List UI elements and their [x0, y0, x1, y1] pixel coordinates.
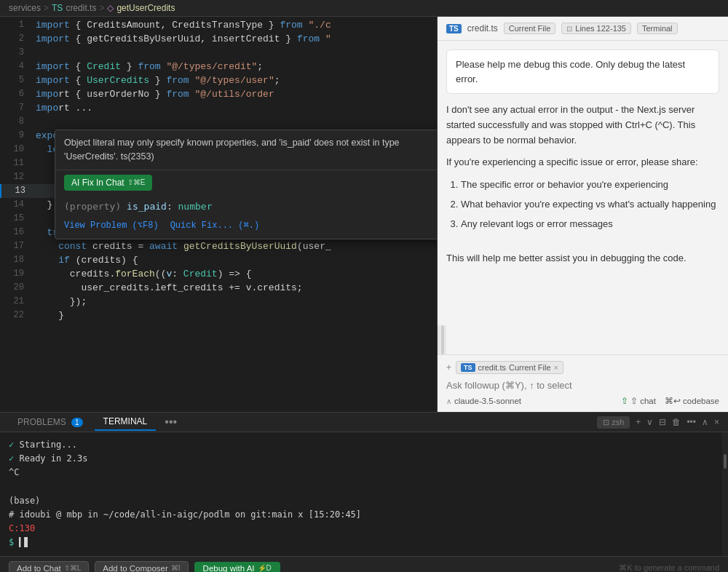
debug-with-ai-button[interactable]: Debug with AI ⚡D	[194, 562, 280, 573]
terminal-line-5: (base)	[9, 494, 713, 508]
problems-badge: 1	[71, 418, 83, 427]
chat-footer-right: ⇧ ⇧ chat ⌘↩ codebase	[621, 396, 719, 406]
ai-list-item-1: The specific error or behavior you're ex…	[461, 178, 719, 193]
terminal-line-8: $ ▋	[9, 536, 713, 549]
code-line-17: 17 const credits = await getCreditsByUse…	[0, 239, 437, 253]
terminal-up[interactable]: ∧	[702, 417, 708, 427]
tooltip-header: AI Fix In Chat ⇧⌘E	[55, 170, 437, 195]
bottom-tabs: PROBLEMS 1 TERMINAL ••• ⊡ zsh + ∨ ⊟ 🗑 ••…	[0, 413, 728, 432]
terminal-tag: Terminal	[637, 23, 678, 34]
code-line-20: 20 user_credits.left_credits += v.credit…	[0, 281, 437, 295]
code-line-7: 7 import ...	[0, 101, 437, 115]
code-area: 1 import { CreditsAmount, CreditsTransTy…	[0, 17, 437, 412]
ai-list-item-2: What behavior you're expecting vs what's…	[461, 197, 719, 212]
chat-pane: TS credit.ts Current File ⊡ Lines 122-13…	[437, 17, 728, 412]
chat-shortcut: ⇧ ⇧ chat	[621, 396, 656, 406]
ai-fix-label: AI Fix In Chat	[71, 178, 124, 188]
ts-badge: TS	[446, 24, 462, 33]
ai-list-item-3: Any relevant logs or error messages	[461, 217, 719, 232]
split-terminal-button[interactable]: ∨	[646, 417, 653, 427]
tooltip-actions: View Problem (⌥F8) Quick Fix... (⌘.)	[55, 216, 437, 239]
chat-input[interactable]	[446, 380, 719, 391]
editor-pane: 1 import { CreditsAmount, CreditsTransTy…	[0, 17, 437, 412]
quick-fix-link[interactable]: Quick Fix... (⌘.)	[170, 219, 259, 233]
user-message: Please help me debug this code. Only deb…	[446, 49, 719, 94]
chat-header: TS credit.ts Current File ⊡ Lines 122-13…	[438, 17, 728, 41]
cmd-hint: ⌘K to generate a command	[619, 563, 719, 572]
terminal-content: ✓ Starting... ✓ Ready in 2.3s ^C (base) …	[0, 432, 728, 556]
breadcrumb-function: getUserCredits	[116, 3, 175, 13]
tooltip-property: (property) is_paid: number	[55, 195, 437, 216]
add-to-chat-button[interactable]: Add to Chat ⇧⌘L	[9, 561, 89, 573]
model-name: claude-3.5-sonnet	[454, 397, 521, 405]
code-line-5: 5 import { UserCredits } from "@/types/u…	[0, 74, 437, 87]
plus-icon: +	[446, 362, 451, 373]
code-line-3: 3	[0, 46, 437, 60]
terminal-output: ✓ Starting... ✓ Ready in 2.3s ^C (base) …	[0, 432, 722, 556]
breadcrumb-bar: services > TS credit.ts > ◇ getUserCredi…	[0, 0, 728, 17]
terminal-dots[interactable]: •••	[687, 417, 696, 427]
chat-scroll-handle[interactable]	[438, 325, 446, 354]
code-line-21: 21 });	[0, 295, 437, 309]
code-line-2: 2 import { getCreditsByUserUuid, insertC…	[0, 32, 437, 46]
codebase-shortcut: ⌘↩ codebase	[665, 396, 719, 406]
terminal-controls: ⊡ zsh + ∨ ⊟ 🗑 ••• ∧ ×	[597, 416, 719, 429]
terminal-line-4	[9, 480, 713, 494]
ai-para-1: I don't see any actual error in the outp…	[446, 103, 719, 148]
ai-para-3: This will help me better assist you in d…	[446, 251, 719, 266]
terminal-line-3: ^C	[9, 466, 713, 480]
chat-input-file-tag: TS credit.ts Current File ×	[456, 361, 563, 374]
model-selector[interactable]: ∧ claude-3.5-sonnet	[446, 397, 521, 405]
problems-tab[interactable]: PROBLEMS 1	[9, 414, 92, 430]
ai-para-2: If you're experiencing a specific issue …	[446, 155, 719, 170]
add-to-composer-button[interactable]: Add to Composer ⌘I	[95, 561, 188, 573]
terminal-tab[interactable]: TERMINAL	[95, 413, 157, 431]
current-file-tag: Current File	[504, 23, 555, 34]
ai-list: The specific error or behavior you're ex…	[446, 178, 719, 231]
shell-label: ⊡ zsh	[597, 416, 630, 429]
terminal-line-7: C:130	[9, 522, 713, 536]
tooltip-popup: Object literal may only specify known pr…	[55, 130, 437, 239]
ai-response: I don't see any actual error in the outp…	[446, 103, 719, 266]
view-problem-link[interactable]: View Problem (⌥F8)	[64, 219, 159, 233]
delete-terminal-button[interactable]: 🗑	[672, 417, 681, 427]
tag-close-button[interactable]: ×	[554, 363, 558, 372]
lines-tag: ⊡ Lines 122-135	[561, 23, 631, 34]
chat-input-tags: + TS credit.ts Current File ×	[446, 361, 719, 374]
add-terminal-button[interactable]: +	[636, 417, 641, 427]
code-line-22: 22 }	[0, 309, 437, 322]
breadcrumb-func-icon: ◇	[107, 3, 114, 13]
breadcrumb-services: services	[9, 3, 41, 13]
code-line-6: 6 import { userOrderNo } from "@/utils/o…	[0, 87, 437, 101]
chevron-up-icon: ∧	[446, 397, 451, 405]
terminal-line-2: ✓ Ready in 2.3s	[9, 452, 713, 466]
terminal-line-6: # idoubi @ mbp in ~/code/all-in-aigc/pod…	[9, 508, 713, 522]
code-line-4: 4 import { Credit } from "@/types/credit…	[0, 60, 437, 74]
code-line-18: 18 if (credits) {	[0, 253, 437, 267]
code-line-19: 19 credits.forEach((v: Credit) => {	[0, 267, 437, 281]
ai-fix-button[interactable]: AI Fix In Chat ⇧⌘E	[64, 175, 152, 191]
breadcrumb-ts-icon: TS	[52, 3, 63, 13]
code-line-8: 8	[0, 115, 437, 129]
ai-fix-shortcut: ⇧⌘E	[127, 178, 146, 186]
main-area: 1 import { CreditsAmount, CreditsTransTy…	[0, 17, 728, 412]
bottom-panel: PROBLEMS 1 TERMINAL ••• ⊡ zsh + ∨ ⊟ 🗑 ••…	[0, 412, 728, 572]
split-editor-button[interactable]: ⊟	[659, 417, 666, 427]
terminal-line-1: ✓ Starting...	[9, 438, 713, 452]
chat-messages: Please help me debug this code. Only deb…	[438, 41, 728, 325]
terminal-actions-bar: Add to Chat ⇧⌘L Add to Composer ⌘I Debug…	[0, 556, 728, 573]
terminal-close[interactable]: ×	[714, 417, 719, 427]
code-line-1: 1 import { CreditsAmount, CreditsTransTy…	[0, 18, 437, 32]
chat-filename: credit.ts	[467, 23, 498, 33]
tabs-more-button[interactable]: •••	[159, 413, 183, 432]
chat-input-footer: ∧ claude-3.5-sonnet ⇧ ⇧ chat ⌘↩ codebase	[446, 396, 719, 406]
tooltip-error-text: Object literal may only specify known pr…	[55, 130, 437, 170]
chat-input-area: + TS credit.ts Current File × ∧ claude-3…	[438, 354, 728, 412]
breadcrumb-file: credit.ts	[66, 3, 96, 13]
